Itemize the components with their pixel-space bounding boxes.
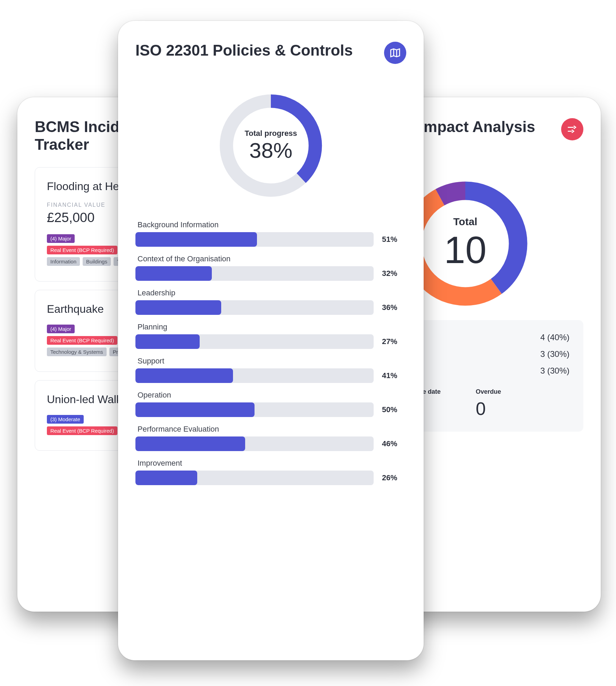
bar-pct: 26% bbox=[382, 473, 406, 482]
bar-pct: 36% bbox=[382, 303, 406, 312]
stat-value: 3 (30%) bbox=[540, 366, 569, 376]
bar-track bbox=[135, 232, 374, 247]
tag: Buildings bbox=[83, 257, 111, 266]
overdue-value: 0 bbox=[476, 398, 569, 419]
bar-pct: 27% bbox=[382, 337, 406, 346]
bar-fill bbox=[135, 232, 257, 247]
stat-value: 4 (40%) bbox=[540, 333, 569, 342]
progress-bar-row: Performance Evaluation 46% bbox=[135, 425, 406, 451]
bar-fill bbox=[135, 471, 197, 485]
bar-pct: 46% bbox=[382, 439, 406, 448]
tag: (3) Moderate bbox=[47, 415, 84, 424]
progress-bar-row: Improvement 26% bbox=[135, 459, 406, 485]
bar-track bbox=[135, 436, 374, 451]
bar-fill bbox=[135, 300, 221, 315]
bar-fill bbox=[135, 436, 245, 451]
tag: (4) Major bbox=[47, 325, 75, 333]
progress-donut: Total progress 38% bbox=[215, 90, 326, 201]
bar-fill bbox=[135, 368, 233, 383]
donut-label: Total progress bbox=[244, 129, 297, 138]
overdue-label: Overdue bbox=[476, 388, 569, 395]
progress-bar-row: Leadership 36% bbox=[135, 288, 406, 315]
bar-track bbox=[135, 402, 374, 417]
bar-track bbox=[135, 266, 374, 281]
tag: Real Event (BCP Required) bbox=[47, 246, 117, 254]
bar-label: Support bbox=[138, 357, 406, 366]
donut-value: 10 bbox=[444, 228, 486, 272]
flow-icon[interactable] bbox=[561, 118, 583, 140]
bar-track bbox=[135, 471, 374, 485]
progress-bar-row: Background Information 51% bbox=[135, 220, 406, 247]
bar-label: Leadership bbox=[138, 288, 406, 297]
progress-bar-row: Operation 50% bbox=[135, 391, 406, 417]
progress-bar-row: Support 41% bbox=[135, 357, 406, 383]
tag: Real Event (BCP Required) bbox=[47, 426, 117, 435]
progress-bar-row: Planning 27% bbox=[135, 322, 406, 349]
tag: (4) Major bbox=[47, 234, 75, 243]
donut-label: Total bbox=[444, 216, 486, 228]
tag: Information bbox=[47, 257, 80, 266]
panel-iso-controls: ISO 22301 Policies & Controls Total prog… bbox=[118, 21, 424, 660]
bar-label: Context of the Organisation bbox=[138, 254, 406, 263]
bar-track bbox=[135, 334, 374, 349]
map-icon[interactable] bbox=[384, 42, 406, 64]
progress-bar-row: Context of the Organisation 32% bbox=[135, 254, 406, 281]
bar-label: Background Information bbox=[138, 220, 406, 229]
bar-pct: 32% bbox=[382, 269, 406, 278]
tag: Real Event (BCP Required) bbox=[47, 336, 117, 345]
bar-label: Improvement bbox=[138, 459, 406, 468]
bar-pct: 51% bbox=[382, 235, 406, 244]
bar-track bbox=[135, 368, 374, 383]
bar-label: Operation bbox=[138, 391, 406, 400]
bar-track bbox=[135, 300, 374, 315]
bar-fill bbox=[135, 334, 200, 349]
stat-value: 3 (30%) bbox=[540, 349, 569, 359]
bar-label: Planning bbox=[138, 322, 406, 332]
bar-label: Performance Evaluation bbox=[138, 425, 406, 434]
bar-fill bbox=[135, 402, 255, 417]
tag: Technology & Systems bbox=[47, 348, 107, 356]
bar-pct: 41% bbox=[382, 371, 406, 380]
bar-pct: 50% bbox=[382, 405, 406, 414]
donut-pct: 38% bbox=[244, 138, 297, 163]
bar-fill bbox=[135, 266, 212, 281]
panel-title: ISO 22301 Policies & Controls bbox=[135, 42, 353, 59]
